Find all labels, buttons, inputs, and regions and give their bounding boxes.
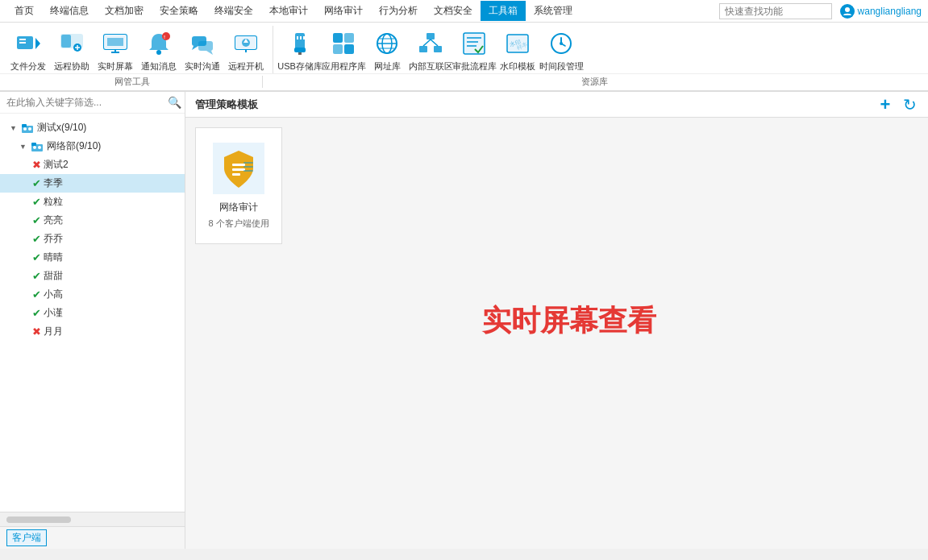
refresh-button[interactable]: ↻	[901, 96, 918, 114]
toolbar-group-resources: USB存储库 应用程序库	[278, 26, 588, 73]
time-manage-label: 时间段管理	[539, 60, 584, 73]
tree-label-root: 测试x(9/10)	[37, 121, 86, 135]
svg-rect-36	[344, 44, 354, 54]
nav-system-manage[interactable]: 系统管理	[526, 1, 581, 21]
content-wrapper: 🔍 ▼ 测试x(9/10) ▼ 网络部(9/10) ✖ 测试2	[0, 92, 928, 549]
svg-rect-12	[107, 38, 123, 46]
svg-point-0	[845, 7, 850, 12]
toolbar-usb[interactable]: USB存储库	[278, 26, 322, 73]
tree-node-net[interactable]: ▼ 网络部(9/10)	[0, 137, 185, 156]
top-nav: 首页 终端信息 文档加密 安全策略 终端安全 本地审计 网络审计 行为分析 文档…	[0, 0, 928, 23]
svg-rect-42	[427, 33, 435, 39]
user-menu[interactable]: wangliangliang	[840, 4, 922, 19]
svg-rect-27	[295, 33, 305, 49]
svg-point-15	[156, 50, 161, 55]
main-header: 管理策略模板 + ↻	[185, 92, 928, 118]
status-icon-xiaot: ✔	[32, 307, 41, 319]
main-title: 管理策略模板	[195, 97, 258, 112]
nav-doc-security[interactable]: 文档安全	[426, 1, 481, 21]
username-label: wangliangliang	[858, 6, 922, 17]
file-dist-label: 文件分发	[10, 60, 46, 73]
tree-node-yuey[interactable]: ✖ 月月	[0, 322, 185, 341]
svg-rect-63	[31, 143, 36, 146]
watermark-label: 水印模板	[500, 60, 535, 73]
tree-label-liangx: 亮亮	[44, 214, 63, 227]
nav-net-audit[interactable]: 网络审计	[316, 1, 371, 21]
svg-rect-31	[294, 48, 306, 52]
tree-label-xiaot: 小谨	[44, 306, 63, 320]
tree-node-jingj[interactable]: ✔ 晴晴	[0, 248, 185, 267]
nav-security-policy[interactable]: 安全策略	[152, 1, 206, 21]
toolbar-url-lib[interactable]: 网址库	[365, 26, 409, 73]
toolbar-notify[interactable]: ! 通知消息	[137, 26, 181, 73]
tree-node-lili[interactable]: ✔ 粒粒	[0, 193, 185, 211]
toolbar-time-manage[interactable]: 时间段管理	[539, 26, 583, 73]
tree-label-qiaoq: 乔乔	[44, 232, 63, 246]
status-icon-lili: ✔	[32, 196, 41, 208]
internal-net-label: 内部互联区	[409, 60, 453, 73]
card-name-net-audit: 网络审计	[219, 201, 258, 214]
toolbar-remote-assist[interactable]: 远程协助	[50, 26, 94, 73]
toolbar-label-row: 网管工具 资源库	[0, 73, 928, 90]
toolbar-realtime-screen[interactable]: 实时屏幕	[94, 26, 137, 73]
status-icon-liji: ✔	[32, 177, 41, 189]
remote-boot-label: 远程开机	[228, 60, 264, 73]
tree-label-lili: 粒粒	[44, 195, 63, 209]
svg-point-60	[23, 127, 27, 131]
realtime-comm-label: 实时沟通	[185, 60, 220, 73]
svg-point-61	[28, 127, 31, 131]
policy-card-net-audit[interactable]: 网络审计 8 个客户端使用	[195, 127, 282, 244]
tree-node-liji[interactable]: ✔ 李季	[0, 174, 185, 193]
toolbar-approval-flow[interactable]: 审批流程库	[452, 26, 496, 73]
tree-label-liji: 李季	[44, 176, 63, 190]
tree-label-tiant: 甜甜	[44, 269, 63, 283]
sidebar-bottom-tab[interactable]: 客户端	[6, 529, 47, 546]
svg-rect-59	[22, 124, 27, 127]
tree-arrow-root: ▼	[10, 124, 21, 132]
svg-rect-66	[232, 164, 245, 166]
nav-home[interactable]: 首页	[6, 1, 42, 21]
nav-terminal-info[interactable]: 终端信息	[42, 1, 97, 21]
search-icon[interactable]: 🔍	[168, 96, 181, 109]
card-icon-net-audit	[213, 143, 264, 194]
svg-rect-32	[298, 52, 302, 55]
status-icon-liangx: ✔	[32, 214, 41, 226]
svg-rect-3	[19, 42, 26, 44]
svg-rect-43	[419, 46, 427, 52]
tree-node-liangx[interactable]: ✔ 亮亮	[0, 211, 185, 230]
nav-local-audit[interactable]: 本地审计	[261, 1, 316, 21]
add-button[interactable]: +	[876, 96, 894, 114]
svg-point-57	[560, 42, 563, 45]
tree-label-net: 网络部(9/10)	[47, 139, 101, 153]
tree-label-jingj: 晴晴	[44, 251, 63, 264]
sidebar-search-input[interactable]	[3, 95, 168, 110]
scrollbar-thumb[interactable]	[6, 516, 71, 523]
toolbar-internal-net[interactable]: 内部互联区	[409, 26, 452, 73]
status-icon-xiaog: ✔	[32, 288, 41, 301]
tree-node-tiant[interactable]: ✔ 甜甜	[0, 267, 185, 285]
tree-node-xiaog[interactable]: ✔ 小高	[0, 285, 185, 304]
status-icon-tiant: ✔	[32, 270, 41, 282]
toolbar-watermark[interactable]: 水印 样本 水印模板	[496, 26, 539, 73]
group1-label: 网管工具	[6, 76, 263, 88]
nav-terminal-security[interactable]: 终端安全	[206, 1, 261, 21]
toolbar-app-repo[interactable]: 应用程序库	[322, 26, 365, 73]
toolbar-realtime-comm[interactable]: 实时沟通	[181, 26, 224, 73]
nav-behavior-analysis[interactable]: 行为分析	[371, 1, 426, 21]
approval-flow-label: 审批流程库	[452, 60, 497, 73]
toolbar-file-dist[interactable]: 文件分发	[6, 26, 50, 73]
card-count-net-audit: 8 个客户端使用	[208, 218, 268, 230]
toolbar-remote-boot[interactable]: 远程开机	[224, 26, 268, 73]
search-input[interactable]	[719, 3, 832, 19]
tree-node-xiaot[interactable]: ✔ 小谨	[0, 304, 185, 322]
tree-node-test2[interactable]: ✖ 测试2	[0, 156, 185, 174]
nav-doc-encrypt[interactable]: 文档加密	[97, 1, 152, 21]
svg-line-46	[431, 39, 438, 46]
tree-node-root[interactable]: ▼ 测试x(9/10)	[0, 118, 185, 137]
tree-node-qiaoq[interactable]: ✔ 乔乔	[0, 230, 185, 248]
svg-rect-29	[300, 36, 302, 39]
nav-toolbox[interactable]: 工具箱	[481, 1, 526, 21]
svg-rect-33	[333, 33, 343, 43]
sidebar: 🔍 ▼ 测试x(9/10) ▼ 网络部(9/10) ✖ 测试2	[0, 92, 185, 549]
main-content: 管理策略模板 + ↻	[185, 92, 928, 549]
